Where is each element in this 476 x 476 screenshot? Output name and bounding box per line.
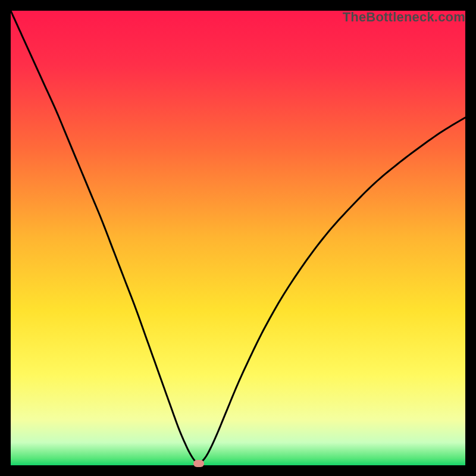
watermark-text: TheBottleneck.com xyxy=(343,10,465,25)
optimal-point-marker xyxy=(193,460,204,467)
bottleneck-curve xyxy=(11,11,465,465)
chart-frame: TheBottleneck.com xyxy=(11,11,465,465)
plot-area xyxy=(11,11,465,465)
